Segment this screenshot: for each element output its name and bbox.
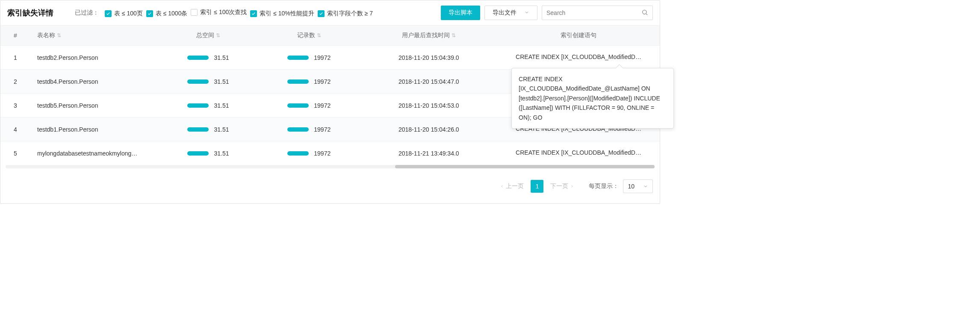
chevron-right-icon [570,184,574,188]
search-input[interactable] [546,9,638,16]
cell-time: 2018-11-20 15:04:53.0 [360,94,497,118]
cell-time: 2018-11-21 13:49:34.0 [360,141,497,165]
pagination: 上一页 1 下一页 每页显示： 10 [0,171,660,203]
cell-space: 31.51 [159,118,258,141]
col-records[interactable]: 记录数⇅ [258,26,360,46]
cell-space: 31.51 [159,70,258,94]
bar-icon [187,127,209,132]
svg-point-0 [643,10,646,14]
cell-stmt: CREATE INDEX [IX_CLOUDDBA_ModifiedD… [497,141,660,165]
filter-checkbox-3[interactable] [250,10,257,17]
cell-table-name: testdb5.Person.Person [30,94,159,118]
chevron-left-icon [500,184,504,188]
cell-table-name: testdb4.Person.Person [30,70,159,94]
bar-icon [187,103,209,108]
cell-num: 1 [0,46,30,70]
chevron-down-icon [524,9,529,16]
cell-num: 5 [0,141,30,165]
filter-checkbox-0[interactable] [105,10,112,17]
search-icon [641,9,648,17]
filter-checkbox-2[interactable] [191,9,198,16]
index-statement-tooltip: CREATE INDEX [IX_CLOUDDBA_ModifiedDate_@… [511,68,674,129]
cell-num: 3 [0,94,30,118]
filter-label-2: 索引 ≤ 100次查找 [200,9,247,16]
page-title: 索引缺失详情 [7,8,53,18]
horizontal-scrollbar[interactable] [6,165,655,168]
next-page-button[interactable]: 下一页 [548,181,577,192]
prev-page-button[interactable]: 上一页 [497,181,526,192]
filter-label-3: 索引 ≤ 10%性能提升 [260,10,314,18]
cell-stmt: CREATE INDEX [IX_CLOUDDBA_ModifiedD… [497,46,660,70]
filter-label-0: 表 ≤ 100页 [114,10,143,18]
cell-space: 31.51 [159,94,258,118]
bar-icon [187,79,209,84]
sort-icon: ⇅ [57,32,61,38]
export-file-label: 导出文件 [493,9,517,17]
cell-table-name: testdb2.Person.Person [30,46,159,70]
sort-icon: ⇅ [452,32,456,38]
cell-time: 2018-11-20 15:04:39.0 [360,46,497,70]
filter-checkbox-4[interactable] [318,10,325,17]
bar-icon [187,56,209,60]
filter-label-4: 索引字段个数 ≥ 7 [327,10,373,18]
cell-records: 19972 [258,118,360,141]
scrollbar-thumb[interactable] [395,165,655,168]
bar-icon [287,103,309,108]
chevron-down-icon [643,184,648,189]
export-script-button[interactable]: 导出脚本 [441,6,480,20]
cell-space: 31.51 [159,46,258,70]
page-size-label: 每页显示： [589,182,619,190]
bar-icon [287,56,309,60]
cell-num: 2 [0,70,30,94]
cell-records: 19972 [258,141,360,165]
cell-time: 2018-11-20 15:04:47.0 [360,70,497,94]
bar-icon [287,127,309,132]
cell-records: 19972 [258,94,360,118]
bar-icon [287,151,309,156]
col-last-seek[interactable]: 用户最后查找时间⇅ [360,26,497,46]
page-number-current[interactable]: 1 [531,180,543,193]
sort-icon: ⇅ [216,32,220,38]
cell-table-name: mylongdatabasetestnameokmylong… [30,141,159,165]
col-index-stmt[interactable]: 索引创建语句 [497,26,660,46]
table-row[interactable]: 1testdb2.Person.Person31.51199722018-11-… [0,46,660,70]
toolbar: 索引缺失详情 已过滤： 表 ≤ 100页表 ≤ 1000条索引 ≤ 100次查找… [0,0,660,25]
col-table-name[interactable]: 表名称⇅ [30,26,159,46]
filter-label: 已过滤： [75,9,99,17]
col-total-space[interactable]: 总空间⇅ [159,26,258,46]
filter-label-1: 表 ≤ 1000条 [156,10,188,18]
cell-num: 4 [0,118,30,141]
cell-table-name: testdb1.Person.Person [30,118,159,141]
search-box[interactable] [542,6,653,20]
bar-icon [287,79,309,84]
cell-time: 2018-11-20 15:04:26.0 [360,118,497,141]
export-file-button[interactable]: 导出文件 [484,6,537,20]
svg-line-1 [646,14,647,15]
filter-checkbox-1[interactable] [146,10,153,17]
table-row[interactable]: 5mylongdatabasetestnameokmylong…31.51199… [0,141,660,165]
col-num[interactable]: # [0,26,30,46]
cell-records: 19972 [258,46,360,70]
bar-icon [187,151,209,156]
sort-icon: ⇅ [317,32,321,38]
page-size-select[interactable]: 10 [623,179,653,193]
cell-space: 31.51 [159,141,258,165]
cell-records: 19972 [258,70,360,94]
